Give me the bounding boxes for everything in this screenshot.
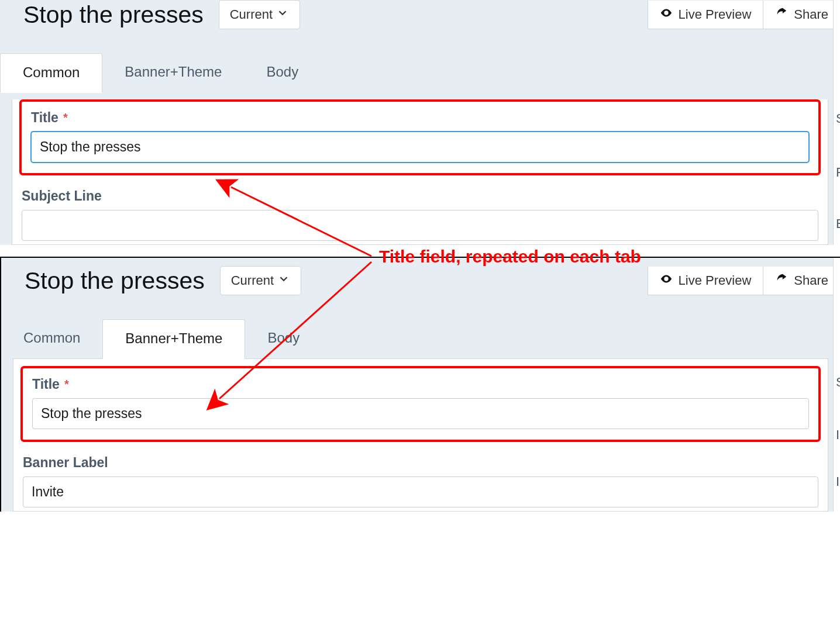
- share-arrow-icon: [775, 272, 788, 289]
- banner-label-input[interactable]: [23, 476, 818, 507]
- right-sidebar-sliver: S P E E: [833, 0, 840, 245]
- eye-icon: [660, 6, 673, 23]
- subject-line-label: Subject Line: [22, 188, 818, 204]
- eye-icon: [660, 272, 673, 289]
- required-asterisk-icon: *: [63, 111, 68, 125]
- title-label-text: Title: [31, 110, 58, 126]
- version-label: Current: [231, 273, 274, 288]
- field-title: Title *: [30, 377, 811, 429]
- tab-body[interactable]: Body: [244, 53, 321, 92]
- field-title: Title *: [29, 110, 811, 163]
- svg-point-1: [665, 278, 667, 280]
- title-input[interactable]: [31, 132, 809, 163]
- share-button[interactable]: Share: [763, 1, 840, 29]
- annotation-highlight-box: Title *: [20, 366, 821, 442]
- title-label-text: Title: [32, 377, 60, 392]
- tab-banner-theme[interactable]: Banner+Theme: [102, 319, 245, 359]
- tab-content-common: Title * Subject Line: [12, 99, 828, 245]
- share-label: Share: [794, 273, 828, 288]
- field-banner-label: Banner Label: [13, 449, 828, 511]
- title-label: Title *: [32, 377, 809, 392]
- tab-banner-theme[interactable]: Banner+Theme: [102, 53, 244, 92]
- chevron-down-icon: [276, 6, 289, 23]
- tab-bar: Common Banner+Theme Body: [1, 319, 840, 358]
- annotation-highlight-box: Title *: [19, 99, 821, 175]
- tab-bar: Common Banner+Theme Body: [0, 53, 840, 92]
- share-arrow-icon: [775, 6, 788, 23]
- chevron-down-icon: [277, 272, 290, 289]
- field-subject-line: Subject Line: [12, 182, 828, 244]
- required-asterisk-icon: *: [64, 378, 69, 391]
- live-preview-label: Live Preview: [679, 273, 752, 288]
- live-preview-button[interactable]: Live Preview: [648, 267, 763, 295]
- editor-panel-banner: Stop the presses Current Live Preview: [0, 257, 840, 512]
- page-title: Stop the presses: [23, 1, 204, 29]
- banner-label-label: Banner Label: [23, 455, 818, 471]
- subject-line-input[interactable]: [22, 210, 818, 241]
- share-label: Share: [794, 7, 828, 22]
- share-button[interactable]: Share: [763, 267, 840, 295]
- version-dropdown[interactable]: Current: [220, 266, 301, 295]
- header-actions: Live Preview Share: [648, 267, 840, 295]
- version-dropdown[interactable]: Current: [219, 0, 300, 29]
- live-preview-button[interactable]: Live Preview: [648, 1, 763, 29]
- tab-common[interactable]: Common: [1, 319, 102, 358]
- tab-body[interactable]: Body: [245, 319, 322, 358]
- live-preview-label: Live Preview: [679, 7, 752, 22]
- version-label: Current: [230, 7, 273, 22]
- tab-common[interactable]: Common: [0, 53, 102, 93]
- page-title: Stop the presses: [25, 267, 205, 295]
- page-header: Stop the presses Current Live Preview: [0, 0, 840, 35]
- editor-panel-common: Stop the presses Current Live Preview: [0, 0, 840, 245]
- title-input[interactable]: [32, 398, 809, 429]
- title-label: Title *: [31, 110, 809, 126]
- right-sidebar-sliver: S I I: [833, 258, 840, 512]
- tab-content-banner: Title * Banner Label: [13, 358, 828, 512]
- header-actions: Live Preview Share: [648, 1, 840, 29]
- svg-point-0: [665, 12, 667, 14]
- page-header: Stop the presses Current Live Preview: [1, 258, 840, 301]
